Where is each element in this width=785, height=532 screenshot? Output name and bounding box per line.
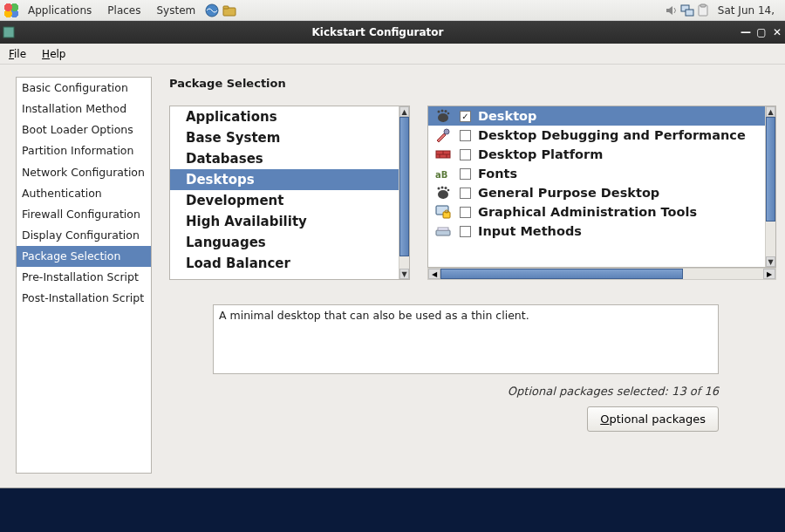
package-item[interactable]: Input Methods xyxy=(428,222,765,241)
app-icon xyxy=(0,26,17,38)
package-label: Desktop Debugging and Performance xyxy=(478,128,746,142)
sidebar-item[interactable]: Installation Method xyxy=(17,99,151,119)
svg-point-8 xyxy=(438,113,448,122)
section-sidebar: Basic ConfigurationInstallation MethodBo… xyxy=(16,77,152,474)
package-checkbox[interactable] xyxy=(460,111,471,122)
svg-rect-28 xyxy=(436,230,450,235)
sidebar-item[interactable]: Post-Installation Script xyxy=(17,288,151,309)
sidebar-item[interactable]: Display Configuration xyxy=(17,225,151,246)
network-icon[interactable] xyxy=(679,3,695,18)
sidebar-item[interactable]: Firewall Configuration xyxy=(17,204,151,225)
svg-rect-29 xyxy=(438,228,448,230)
minimize-button[interactable]: — xyxy=(738,26,754,38)
package-item[interactable]: Graphical Administration Tools xyxy=(428,202,765,222)
svg-point-21 xyxy=(438,188,440,190)
category-scrollbar[interactable]: ▲ ▼ xyxy=(399,106,409,279)
panel-menu-system[interactable]: System xyxy=(149,3,202,18)
optional-packages-status: Optional packages selected: 13 of 16 xyxy=(169,385,719,398)
package-label: General Purpose Desktop xyxy=(478,186,659,200)
package-checkbox[interactable] xyxy=(460,130,471,141)
menu-file[interactable]: File xyxy=(5,46,30,62)
gnome-foot-icon xyxy=(433,185,453,201)
category-item[interactable]: High Availability xyxy=(170,211,399,232)
svg-point-11 xyxy=(445,110,447,113)
scanner-icon xyxy=(433,223,453,239)
svg-point-10 xyxy=(441,110,444,113)
optional-packages-button[interactable]: Optional packages xyxy=(587,406,719,432)
package-item[interactable]: General Purpose Desktop xyxy=(428,183,765,202)
clipboard-icon[interactable] xyxy=(695,3,711,18)
package-checkbox[interactable] xyxy=(460,226,471,237)
package-item[interactable]: Desktop Debugging and Performance xyxy=(428,126,765,145)
svg-point-23 xyxy=(445,187,447,189)
svg-point-20 xyxy=(438,190,448,199)
sidebar-item[interactable]: Partition Information xyxy=(17,140,151,161)
clock[interactable]: Sat Jun 14, xyxy=(711,4,782,17)
wrench-pencil-icon xyxy=(433,127,453,143)
package-checkbox[interactable] xyxy=(460,207,471,218)
package-label: Fonts xyxy=(478,167,517,181)
browser-icon[interactable] xyxy=(204,3,220,18)
window-title: Kickstart Configurator xyxy=(17,26,738,38)
scroll-up-icon[interactable]: ▲ xyxy=(766,106,775,117)
category-item[interactable]: Load Balancer xyxy=(170,253,399,274)
category-item[interactable]: Desktops xyxy=(170,169,399,190)
volume-icon[interactable] xyxy=(664,3,679,18)
panel-menu-places[interactable]: Places xyxy=(100,3,147,18)
scroll-thumb[interactable] xyxy=(766,117,775,222)
scroll-down-icon[interactable]: ▼ xyxy=(399,269,409,279)
scroll-thumb[interactable] xyxy=(399,117,409,256)
menubar: File Help xyxy=(0,44,785,65)
category-item[interactable]: Databases xyxy=(170,148,399,169)
svg-rect-4 xyxy=(686,10,693,16)
page-title: Package Selection xyxy=(169,77,776,90)
package-checkbox[interactable] xyxy=(460,149,471,160)
scroll-right-icon[interactable]: ▶ xyxy=(763,269,775,279)
category-item[interactable]: Development xyxy=(170,190,399,211)
sidebar-item[interactable]: Network Configuration xyxy=(17,162,151,183)
package-description: A minimal desktop that can also be used … xyxy=(213,304,719,374)
svg-rect-7 xyxy=(3,27,14,38)
app-window: Kickstart Configurator — ▢ ✕ File Help B… xyxy=(0,21,785,488)
font-icon: aB xyxy=(433,166,453,181)
category-list-wrap: ApplicationsBase SystemDatabasesDesktops… xyxy=(169,106,410,280)
sidebar-item[interactable]: Package Selection xyxy=(17,246,151,267)
category-item[interactable]: Applications xyxy=(170,106,399,127)
scroll-down-icon[interactable]: ▼ xyxy=(766,256,775,267)
package-list-wrap: DesktopDesktop Debugging and Performance… xyxy=(427,106,776,280)
sidebar-item[interactable]: Basic Configuration xyxy=(17,78,151,99)
monitor-lock-icon xyxy=(433,204,453,220)
category-item[interactable]: Base System xyxy=(170,127,399,148)
sidebar-item[interactable]: Boot Loader Options xyxy=(17,119,151,140)
package-item[interactable]: Desktop xyxy=(428,106,765,126)
svg-rect-2 xyxy=(223,6,229,9)
svg-point-13 xyxy=(444,129,449,134)
svg-point-22 xyxy=(441,187,444,189)
svg-text:aB: aB xyxy=(435,170,447,180)
package-label: Graphical Administration Tools xyxy=(478,205,697,219)
panel-menu-applications[interactable]: Applications xyxy=(21,3,99,18)
svg-rect-6 xyxy=(700,4,706,7)
sidebar-item[interactable]: Pre-Installation Script xyxy=(17,267,151,288)
package-item[interactable]: Desktop Platform xyxy=(428,145,765,164)
svg-point-9 xyxy=(438,111,440,113)
menu-help[interactable]: Help xyxy=(38,46,69,62)
sidebar-item[interactable]: Authentication xyxy=(17,183,151,204)
brick-icon xyxy=(433,147,453,162)
scroll-up-icon[interactable]: ▲ xyxy=(399,106,409,117)
package-vscrollbar[interactable]: ▲ ▼ xyxy=(765,106,775,267)
svg-point-12 xyxy=(447,113,450,115)
desktop-top-panel: Applications Places System Sat Jun 14, xyxy=(0,0,785,21)
category-item[interactable]: Languages xyxy=(170,232,399,253)
package-checkbox[interactable] xyxy=(460,188,471,199)
package-checkbox[interactable] xyxy=(460,168,471,180)
folder-icon[interactable] xyxy=(222,3,237,18)
scroll-thumb[interactable] xyxy=(440,269,683,279)
category-list: ApplicationsBase SystemDatabasesDesktops… xyxy=(169,106,410,280)
package-item[interactable]: aBFonts xyxy=(428,164,765,183)
main-pane: Package Selection ApplicationsBase Syste… xyxy=(169,77,776,474)
close-button[interactable]: ✕ xyxy=(769,26,785,38)
maximize-button[interactable]: ▢ xyxy=(754,26,769,38)
package-hscrollbar[interactable]: ◀ ▶ xyxy=(427,268,776,280)
scroll-left-icon[interactable]: ◀ xyxy=(428,269,440,279)
